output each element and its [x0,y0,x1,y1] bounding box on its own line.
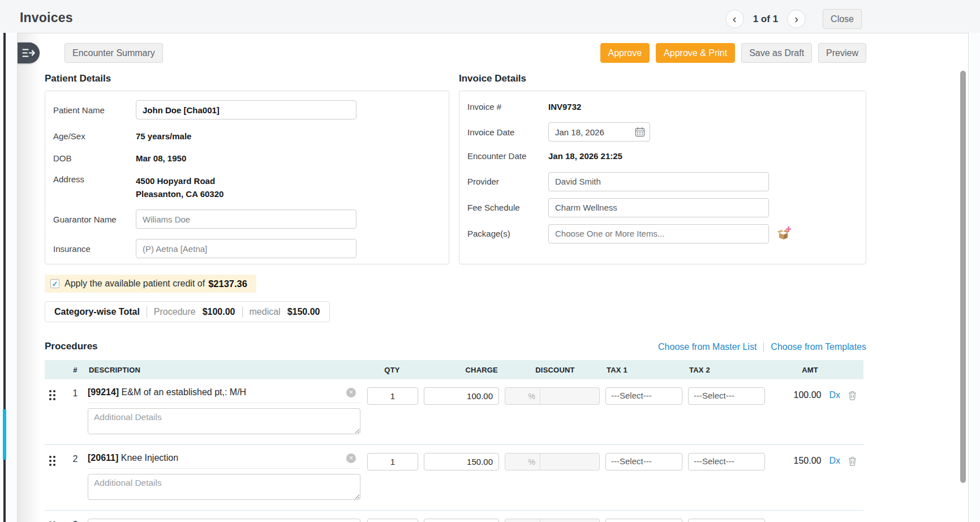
dx-link[interactable]: Dx [829,456,840,466]
encounter-date-row: Encounter Date Jan 18, 2026 21:25 [467,149,856,162]
close-button[interactable]: Close [823,9,862,29]
chevron-left-icon: ‹ [726,10,743,27]
dx-link[interactable]: Dx [829,390,840,400]
choose-master-list-link[interactable]: Choose from Master List [658,342,757,352]
credit-amount: $2137.36 [208,279,247,289]
discount-percent-input[interactable] [505,388,540,404]
description-cell [88,516,360,522]
qty-input[interactable] [367,387,418,405]
discount-group [505,519,600,522]
add-package-icon[interactable] [777,226,792,241]
tax1-select[interactable]: ---Select--- [605,387,682,405]
expand-sidebar-icon [22,48,35,58]
drag-handle-icon[interactable] [49,456,55,466]
amount-cell: 100.00 Dx [771,385,863,400]
next-invoice-button[interactable]: › [787,10,806,28]
insurance-input[interactable] [136,239,356,258]
packages-field-group [548,224,792,243]
description-cell: [20611] Knee Injection × [88,451,360,502]
charge-input[interactable] [424,519,499,522]
amount-value: 100.00 [790,390,821,400]
discount-percent-input[interactable] [505,453,540,470]
fee-schedule-row: Fee Schedule [467,198,856,217]
pagination-label: 1 of 1 [751,14,780,25]
discount-percent-input[interactable] [505,519,540,522]
category-amount: $100.00 [203,307,235,317]
patient-name-input[interactable] [136,100,356,119]
qty-cell [360,387,424,405]
invoice-date-field[interactable] [548,122,650,142]
discount-amount-input[interactable] [540,519,600,522]
tax1-select[interactable]: ---Select--- [605,519,682,522]
tax2-select[interactable]: ---Select--- [688,387,765,405]
tax2-cell: ---Select--- [688,453,771,470]
drag-handle-icon[interactable] [49,390,55,400]
left-rail-scroll-indicator[interactable] [3,409,6,460]
expand-sidebar-button[interactable] [18,42,40,63]
choose-templates-link[interactable]: Choose from Templates [771,342,866,352]
row-number: 2 [63,454,88,464]
page-title: Invoices [20,10,73,25]
address-label: Address [53,174,136,184]
discount-cell [505,453,605,470]
age-sex-value: 75 years/male [136,130,191,143]
invoice-details-section: Invoice Details Invoice # INV9732 Invoic… [459,73,866,267]
qty-input[interactable] [367,453,418,470]
divider [147,306,147,318]
tax2-cell: ---Select--- [688,519,771,522]
invoice-date-row: Invoice Date [467,122,856,142]
clear-procedure-icon[interactable]: × [346,453,356,463]
discount-amount-input[interactable] [540,388,600,404]
encounter-summary-button[interactable]: Encounter Summary [65,43,163,63]
credit-label: Apply the available patient credit of [65,279,205,289]
guarantor-name-input[interactable] [136,209,356,229]
additional-details-textarea[interactable] [88,474,360,500]
calendar-icon[interactable] [635,127,645,137]
col-qty: QTY [360,366,424,374]
clear-procedure-icon[interactable]: × [346,388,356,397]
procedure-description-input[interactable] [88,519,360,522]
provider-label: Provider [467,177,548,186]
charge-input[interactable] [424,453,499,470]
tax2-select[interactable]: ---Select--- [688,519,765,522]
invoice-panel: Encounter Summary Approve Approve & Prin… [17,33,969,522]
charge-cell [424,387,505,405]
address-row: Address 4500 Hopyard Road Pleasanton, CA… [53,174,439,201]
approve-print-button[interactable]: Approve & Print [656,43,735,63]
procedure-code: [99214] [88,387,119,397]
procedures-table-header: # DESCRIPTION QTY CHARGE DISCOUNT TAX 1 … [45,360,863,379]
procedures-header: Procedures Choose from Master List Choos… [45,341,866,352]
tax2-select[interactable]: ---Select--- [688,453,765,470]
trash-icon[interactable] [848,456,857,466]
fee-schedule-input[interactable] [548,198,769,217]
packages-input[interactable] [548,224,769,243]
prev-invoice-button[interactable]: ‹ [725,10,744,28]
preview-button[interactable]: Preview [818,43,866,63]
category-name: medical [250,307,281,317]
checkmark-icon: ✓ [52,280,58,288]
invoice-number-row: Invoice # INV9732 [467,100,856,113]
panel-content: Encounter Summary Approve Approve & Prin… [45,43,866,522]
patient-name-label: Patient Name [53,105,136,115]
patient-details-section: Patient Details Patient Name Age/Sex 75 … [45,73,449,267]
provider-input[interactable] [548,172,769,191]
tax1-select[interactable]: ---Select--- [605,453,682,470]
provider-row: Provider [467,172,856,191]
scrollbar-thumb[interactable] [960,71,966,483]
left-nav-rail [3,16,6,522]
invoice-date-input[interactable] [555,127,635,137]
qty-input[interactable] [367,519,418,522]
patient-credit-bar: ✓ Apply the available patient credit of … [45,275,256,293]
additional-details-textarea[interactable] [88,408,360,434]
row-number: 1 [63,388,88,399]
approve-button[interactable]: Approve [600,43,650,63]
charge-input[interactable] [424,387,499,405]
row-number: 3 [63,520,88,522]
procedure-row: 2 [20611] Knee Injection × [45,444,863,510]
discount-amount-input[interactable] [540,453,600,470]
save-as-draft-button[interactable]: Save as Draft [741,43,812,63]
apply-credit-checkbox[interactable]: ✓ [50,279,59,288]
charge-cell [424,519,505,522]
trash-icon[interactable] [848,391,857,400]
col-tax2: TAX 2 [688,366,771,374]
